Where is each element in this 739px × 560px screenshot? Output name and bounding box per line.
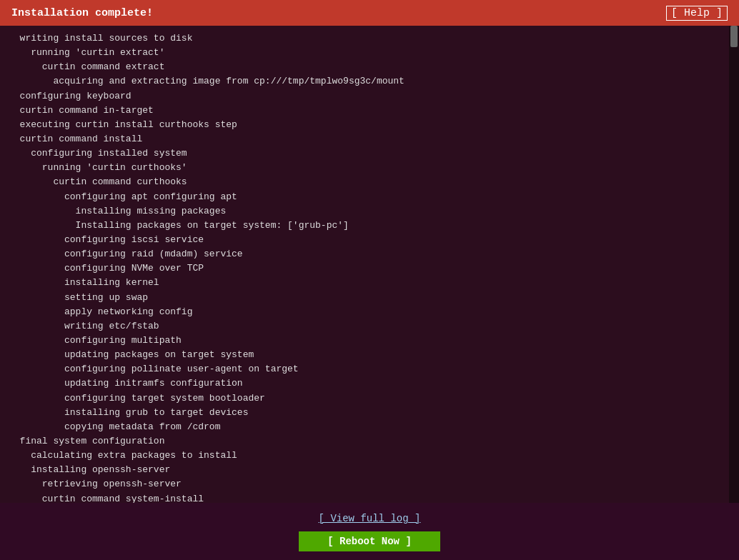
header-title: Installation complete! bbox=[11, 7, 153, 19]
view-full-log-button[interactable]: [ View full log ] bbox=[313, 511, 427, 526]
scrollbar[interactable] bbox=[729, 26, 739, 503]
log-container: writing install sources to disk running … bbox=[0, 26, 739, 503]
log-text: writing install sources to disk running … bbox=[9, 31, 730, 503]
scrollbar-thumb[interactable] bbox=[730, 26, 738, 47]
main-area: writing install sources to disk running … bbox=[0, 26, 739, 503]
header-bar: Installation complete! [ Help ] bbox=[0, 0, 739, 26]
footer: [ View full log ] [ Reboot Now ] bbox=[0, 503, 739, 560]
help-button[interactable]: [ Help ] bbox=[666, 6, 728, 21]
reboot-now-button[interactable]: [ Reboot Now ] bbox=[299, 531, 440, 551]
